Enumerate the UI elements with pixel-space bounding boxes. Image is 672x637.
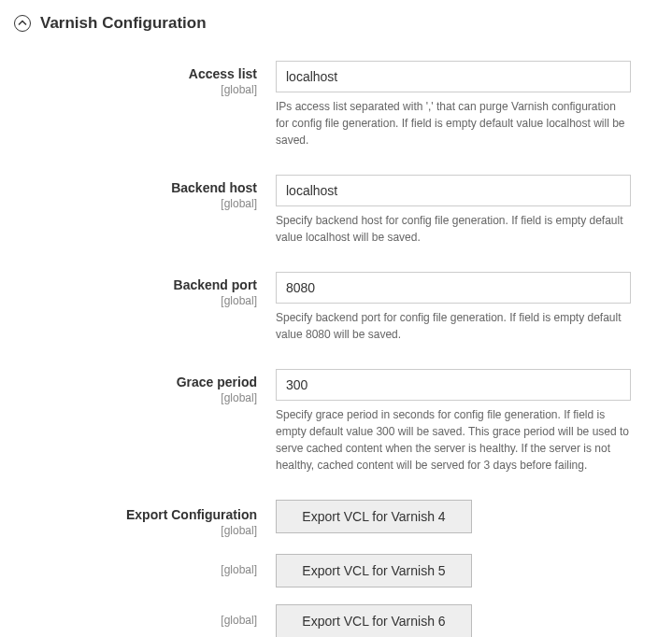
input-col: Specify grace period in seconds for conf… (276, 369, 631, 474)
grace-period-input[interactable] (276, 369, 631, 401)
scope-label: [global] (14, 563, 257, 576)
field-row-backend-port: Backend port [global] Specify backend po… (14, 272, 658, 343)
input-col: Specify backend port for config file gen… (276, 272, 631, 343)
field-row-grace-period: Grace period [global] Specify grace peri… (14, 369, 658, 474)
scope-label: [global] (14, 197, 257, 210)
label-col: Export Configuration [global] (14, 500, 276, 537)
export-varnish-6-button[interactable]: Export VCL for Varnish 6 (276, 604, 472, 637)
section-header: Varnish Configuration (14, 14, 658, 33)
scope-label: [global] (14, 83, 257, 96)
label-col: Backend port [global] (14, 272, 276, 307)
access-list-input[interactable] (276, 61, 631, 92)
collapse-toggle-icon[interactable] (14, 15, 31, 32)
export-varnish-5-button[interactable]: Export VCL for Varnish 5 (276, 554, 472, 587)
input-col: IPs access list separated with ',' that … (276, 61, 631, 149)
backend-port-helper: Specify backend port for config file gen… (276, 309, 631, 343)
field-row-export-v6: [global] Export VCL for Varnish 6 (14, 604, 658, 637)
backend-port-label: Backend port (14, 277, 257, 292)
grace-period-label: Grace period (14, 375, 257, 389)
scope-label: [global] (14, 524, 257, 537)
access-list-helper: IPs access list separated with ',' that … (276, 98, 631, 149)
field-row-access-list: Access list [global] IPs access list sep… (14, 61, 658, 149)
grace-period-helper: Specify grace period in seconds for conf… (276, 406, 631, 474)
scope-label: [global] (14, 294, 257, 307)
backend-host-helper: Specify backend host for config file gen… (276, 212, 631, 246)
field-row-export-v5: [global] Export VCL for Varnish 5 (14, 554, 658, 587)
field-row-export-v4: Export Configuration [global] Export VCL… (14, 500, 658, 537)
input-col: Export VCL for Varnish 5 (276, 554, 631, 587)
backend-host-input[interactable] (276, 175, 631, 206)
export-varnish-4-button[interactable]: Export VCL for Varnish 4 (276, 500, 472, 533)
scope-label: [global] (14, 614, 257, 627)
export-label: Export Configuration (14, 507, 257, 522)
label-col: [global] (14, 604, 276, 627)
input-col: Export VCL for Varnish 6 (276, 604, 631, 637)
input-col: Specify backend host for config file gen… (276, 175, 631, 246)
field-row-backend-host: Backend host [global] Specify backend ho… (14, 175, 658, 246)
backend-port-input[interactable] (276, 272, 631, 304)
backend-host-label: Backend host (14, 180, 257, 195)
access-list-label: Access list (14, 66, 257, 81)
input-col: Export VCL for Varnish 4 (276, 500, 631, 533)
scope-label: [global] (14, 391, 257, 404)
label-col: Backend host [global] (14, 175, 276, 210)
label-col: Access list [global] (14, 61, 276, 96)
label-col: Grace period [global] (14, 369, 276, 404)
section-title: Varnish Configuration (40, 14, 207, 33)
chevron-up-icon (18, 19, 27, 28)
label-col: [global] (14, 554, 276, 576)
